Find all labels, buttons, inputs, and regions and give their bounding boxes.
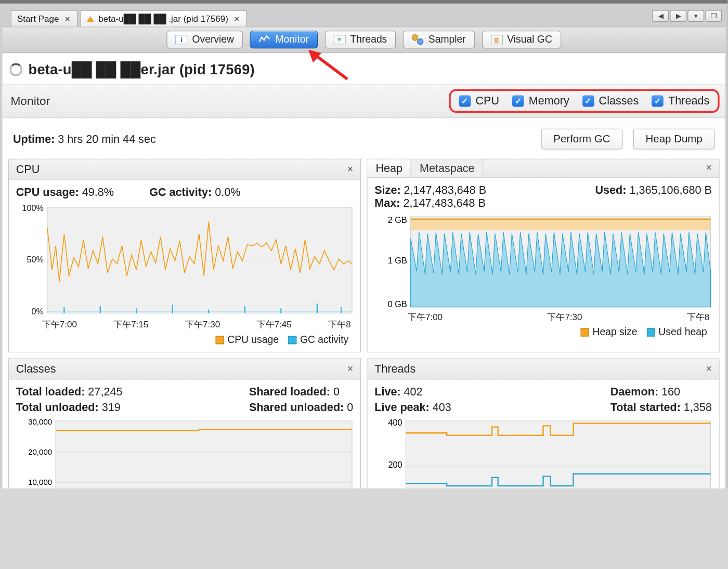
svg-text:100%: 100%: [22, 204, 43, 213]
svg-text:0 GB: 0 GB: [388, 299, 407, 309]
close-icon[interactable]: ×: [64, 14, 72, 23]
close-icon[interactable]: ×: [345, 164, 355, 176]
visualgc-tab-button[interactable]: Visual GC: [482, 31, 561, 48]
maximize-button[interactable]: ❐: [705, 10, 722, 22]
checkmark-icon: ✓: [652, 95, 664, 107]
chart-visibility-group: ✓ CPU ✓ Memory ✓ Classes ✓ Threads: [449, 89, 719, 113]
sampler-tab-button[interactable]: Sampler: [403, 31, 475, 48]
threads-icon: [334, 35, 346, 44]
svg-text:0%: 0%: [32, 307, 44, 316]
threads-panel: Threads × Live: 402 Live peak: 403 Daemo…: [367, 358, 719, 488]
threads-checkbox[interactable]: ✓ Threads: [652, 95, 709, 108]
cpu-checkbox[interactable]: ✓ CPU: [459, 95, 499, 108]
classes-panel: Classes × Total loaded: 27,245 Total unl…: [8, 358, 361, 488]
close-icon[interactable]: ×: [345, 363, 355, 375]
monitor-tab-button[interactable]: Monitor: [250, 31, 318, 48]
uptime-label: Uptime: 3 hrs 20 min 44 sec: [13, 133, 156, 145]
classes-chart: 30,000 20,000 10,000 0 下午7:0: [16, 418, 354, 488]
page-title: beta-u██ ██ ██er.jar (pid 17569): [29, 61, 255, 78]
svg-text:400: 400: [388, 418, 402, 427]
threads-tab-button[interactable]: Threads: [325, 31, 396, 48]
close-icon[interactable]: ×: [704, 162, 714, 174]
tab-start-page[interactable]: Start Page ×: [10, 10, 77, 27]
overview-tab-button[interactable]: Overview: [167, 31, 243, 48]
document-tabstrip: Start Page × beta-u██ ██ ██ .jar (pid 17…: [3, 8, 725, 27]
nav-forward-button[interactable]: ▶: [670, 10, 686, 22]
heap-subtab[interactable]: Heap: [368, 160, 412, 177]
cpu-panel: CPU × CPU usage: 49.8% GC activity: 0.0%…: [8, 159, 361, 352]
checkmark-icon: ✓: [582, 95, 594, 107]
svg-text:10,000: 10,000: [28, 478, 52, 486]
view-toolbar: Overview Monitor Threads Sampler Visual …: [3, 27, 725, 52]
svg-text:50%: 50%: [27, 255, 44, 264]
svg-rect-19: [411, 219, 711, 230]
visualgc-icon: [490, 35, 502, 44]
chart-icon: [259, 35, 271, 44]
heap-chart: 2 GB 1 GB 0 GB 下午7:00 下午7:30: [374, 214, 712, 323]
visualvm-icon: [87, 16, 94, 21]
close-icon[interactable]: ×: [233, 14, 241, 23]
svg-text:2 GB: 2 GB: [388, 215, 407, 224]
heap-panel: Heap Metaspace × Size: 2,147,483,648 B U…: [367, 159, 719, 352]
panel-title: CPU: [16, 163, 40, 176]
heap-dump-button[interactable]: Heap Dump: [633, 129, 715, 150]
dropdown-button[interactable]: ▾: [687, 10, 704, 22]
svg-rect-29: [406, 421, 710, 488]
memory-checkbox[interactable]: ✓ Memory: [512, 95, 569, 108]
svg-text:30,000: 30,000: [28, 418, 52, 426]
section-title: Monitor: [10, 94, 50, 108]
svg-text:1 GB: 1 GB: [388, 256, 407, 265]
info-icon: [176, 35, 188, 44]
panel-title: Classes: [16, 362, 56, 375]
checkmark-icon: ✓: [512, 95, 524, 107]
tab-jmx-process[interactable]: beta-u██ ██ ██ .jar (pid 17569) ×: [80, 10, 247, 27]
metaspace-subtab[interactable]: Metaspace: [411, 160, 484, 177]
svg-text:200: 200: [388, 460, 402, 469]
close-icon[interactable]: ×: [704, 363, 714, 375]
nav-back-button[interactable]: ◀: [652, 10, 669, 22]
cpu-chart: 100% 50% 0%: [16, 204, 354, 330]
perform-gc-button[interactable]: Perform GC: [541, 129, 623, 150]
classes-checkbox[interactable]: ✓ Classes: [582, 95, 639, 108]
loading-icon: [9, 63, 22, 76]
sampler-icon: [412, 34, 424, 45]
checkmark-icon: ✓: [459, 95, 471, 107]
tab-label: beta-u██ ██ ██ .jar (pid 17569): [98, 14, 228, 23]
tab-label: Start Page: [17, 14, 59, 23]
threads-chart: 400 200 0 下午7:00下午7:15 下午7:30下午7:45: [374, 418, 712, 488]
panel-title: Threads: [374, 362, 415, 375]
svg-text:20,000: 20,000: [28, 447, 52, 456]
